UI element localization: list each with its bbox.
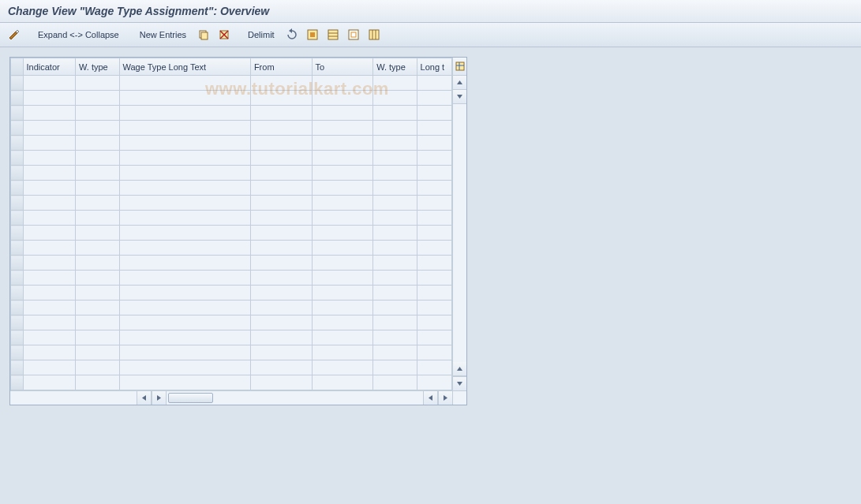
cell-from[interactable]	[250, 375, 312, 390]
cell-longtext[interactable]	[119, 211, 250, 226]
cell-longt2[interactable]	[417, 151, 451, 166]
row-selector[interactable]	[11, 330, 24, 345]
cell-wtype2[interactable]	[373, 256, 417, 271]
row-selector[interactable]	[11, 241, 24, 256]
scroll-thumb[interactable]	[168, 393, 213, 403]
cell-wtype2[interactable]	[373, 91, 417, 106]
table-row[interactable]	[11, 271, 452, 286]
cell-to[interactable]	[312, 166, 373, 181]
row-selector[interactable]	[11, 360, 24, 375]
cell-to[interactable]	[312, 286, 373, 301]
cell-wtype2[interactable]	[373, 226, 417, 241]
cell-to[interactable]	[312, 241, 373, 256]
scroll-right2-icon[interactable]	[438, 391, 453, 405]
cell-to[interactable]	[312, 151, 373, 166]
col-longt2[interactable]: Long t	[417, 58, 451, 76]
cell-to[interactable]	[312, 91, 373, 106]
cell-longt2[interactable]	[417, 315, 451, 330]
cell-wtype2[interactable]	[373, 271, 417, 286]
row-selector[interactable]	[11, 286, 24, 301]
cell-indicator[interactable]	[23, 345, 76, 360]
cell-indicator[interactable]	[23, 330, 76, 345]
row-selector[interactable]	[11, 91, 24, 106]
cell-indicator[interactable]	[23, 211, 76, 226]
cell-wtype1[interactable]	[76, 256, 119, 271]
cell-from[interactable]	[250, 181, 312, 196]
cell-from[interactable]	[250, 211, 312, 226]
cell-wtype1[interactable]	[76, 271, 119, 286]
cell-wtype1[interactable]	[76, 196, 119, 211]
col-wtype1[interactable]: W. type	[76, 58, 119, 76]
table-row[interactable]	[11, 330, 452, 345]
cell-wtype2[interactable]	[373, 286, 417, 301]
cell-wtype1[interactable]	[76, 181, 119, 196]
cell-indicator[interactable]	[23, 76, 76, 91]
cell-indicator[interactable]	[23, 375, 76, 390]
cell-indicator[interactable]	[23, 91, 76, 106]
col-from[interactable]: From	[250, 58, 312, 76]
cell-wtype1[interactable]	[76, 286, 119, 301]
cell-wtype1[interactable]	[76, 226, 119, 241]
cell-wtype1[interactable]	[76, 375, 119, 390]
cell-longt2[interactable]	[417, 256, 451, 271]
cell-wtype1[interactable]	[76, 121, 119, 136]
cell-wtype1[interactable]	[76, 151, 119, 166]
row-selector[interactable]	[11, 196, 24, 211]
row-selector[interactable]	[11, 211, 24, 226]
cell-longtext[interactable]	[119, 271, 250, 286]
row-selector[interactable]	[11, 151, 24, 166]
cell-longt2[interactable]	[417, 330, 451, 345]
cell-longtext[interactable]	[119, 256, 250, 271]
cell-longtext[interactable]	[119, 196, 250, 211]
row-selector[interactable]	[11, 76, 24, 91]
col-wtype2[interactable]: W. type	[373, 58, 417, 76]
cell-indicator[interactable]	[23, 136, 76, 151]
cell-from[interactable]	[250, 121, 312, 136]
table-row[interactable]	[11, 91, 452, 106]
cell-to[interactable]	[312, 76, 373, 91]
edit-icon[interactable]	[5, 26, 24, 43]
cell-to[interactable]	[312, 196, 373, 211]
cell-from[interactable]	[250, 166, 312, 181]
cell-wtype1[interactable]	[76, 211, 119, 226]
cell-wtype1[interactable]	[76, 136, 119, 151]
cell-from[interactable]	[250, 91, 312, 106]
table-row[interactable]	[11, 211, 452, 226]
scroll-up2-icon[interactable]	[453, 362, 466, 376]
cell-from[interactable]	[250, 106, 312, 121]
cell-wtype2[interactable]	[373, 345, 417, 360]
table-settings-icon[interactable]	[453, 58, 466, 76]
cell-to[interactable]	[312, 360, 373, 375]
cell-longtext[interactable]	[119, 345, 250, 360]
cell-longt2[interactable]	[417, 286, 451, 301]
undo-icon[interactable]	[283, 26, 301, 43]
cell-indicator[interactable]	[23, 226, 76, 241]
cell-wtype1[interactable]	[76, 91, 119, 106]
row-selector[interactable]	[11, 121, 24, 136]
row-selector[interactable]	[11, 106, 24, 121]
cell-longtext[interactable]	[119, 166, 250, 181]
cell-longt2[interactable]	[417, 196, 451, 211]
cell-to[interactable]	[312, 256, 373, 271]
row-selector[interactable]	[11, 136, 24, 151]
row-selector[interactable]	[11, 271, 24, 286]
cell-indicator[interactable]	[23, 196, 76, 211]
cell-from[interactable]	[250, 241, 312, 256]
cell-wtype2[interactable]	[373, 121, 417, 136]
table-row[interactable]	[11, 181, 452, 196]
cell-indicator[interactable]	[23, 301, 76, 315]
table-row[interactable]	[11, 226, 452, 241]
select-all-icon[interactable]	[303, 26, 322, 43]
cell-to[interactable]	[312, 121, 373, 136]
cell-to[interactable]	[312, 211, 373, 226]
table-row[interactable]	[11, 166, 452, 181]
cell-wtype2[interactable]	[373, 151, 417, 166]
cell-longtext[interactable]	[119, 330, 250, 345]
table-row[interactable]	[11, 106, 452, 121]
cell-to[interactable]	[312, 136, 373, 151]
cell-indicator[interactable]	[23, 241, 76, 256]
horizontal-scrollbar[interactable]	[10, 390, 466, 405]
cell-wtype2[interactable]	[373, 301, 417, 315]
cell-to[interactable]	[312, 106, 373, 121]
row-selector[interactable]	[11, 345, 24, 360]
